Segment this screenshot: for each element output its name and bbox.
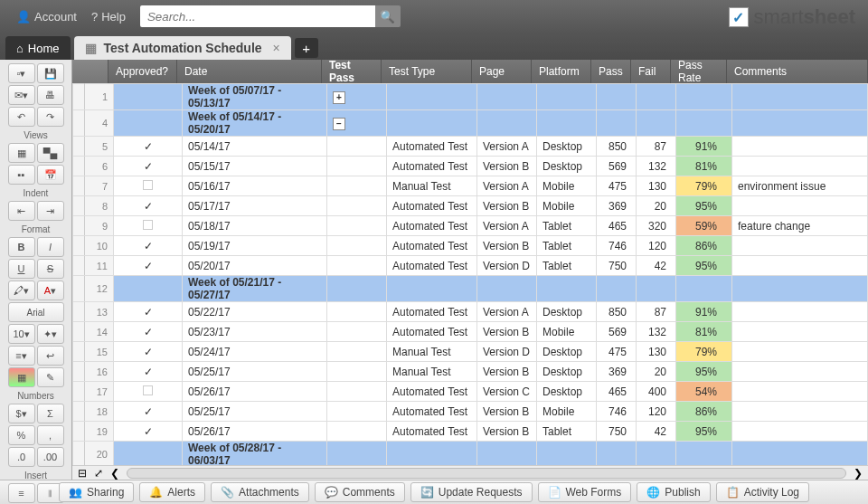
cell-pass[interactable]: 750: [597, 256, 637, 276]
cell-testpass[interactable]: +: [327, 84, 387, 110]
cell-passrate[interactable]: 95%: [676, 362, 732, 382]
cell-approved[interactable]: ✓: [114, 236, 183, 256]
cell-comments[interactable]: [732, 236, 868, 256]
table-row[interactable]: 14✓05/23/17Automated TestVersion BMobile…: [73, 322, 868, 342]
cell-date[interactable]: Week of 05/28/17 - 06/03/17: [183, 442, 327, 466]
cell-pass[interactable]: 465: [597, 216, 637, 236]
row-handle[interactable]: [73, 236, 85, 256]
font-select[interactable]: Arial: [8, 302, 64, 322]
cell-page[interactable]: Version C: [477, 382, 537, 402]
row-handle[interactable]: [73, 137, 85, 157]
cell-fail[interactable]: 20: [637, 196, 676, 216]
close-tab-button[interactable]: ×: [269, 41, 284, 55]
cell-testpass[interactable]: [327, 382, 387, 402]
scroll-left-button[interactable]: ❮: [110, 467, 119, 480]
cell-fail[interactable]: 120: [637, 236, 676, 256]
cell-pass[interactable]: 569: [597, 322, 637, 342]
alerts-tab[interactable]: 🔔Alerts: [139, 482, 205, 502]
mail-button[interactable]: ✉▾: [8, 85, 35, 105]
cell-date[interactable]: 05/17/17: [183, 196, 327, 216]
table-row[interactable]: 1Week of 05/07/17 - 05/13/17+: [73, 84, 868, 110]
cell-fail[interactable]: 130: [637, 342, 676, 362]
cell-approved[interactable]: [114, 176, 183, 196]
cell-fail[interactable]: 130: [637, 176, 676, 196]
cell-date[interactable]: 05/22/17: [183, 302, 327, 322]
cell-passrate[interactable]: 86%: [676, 402, 732, 422]
cell-pass[interactable]: 569: [597, 157, 637, 176]
cell-testtype[interactable]: Automated Test: [387, 382, 477, 402]
cell-platform[interactable]: Desktop: [537, 137, 597, 157]
table-row[interactable]: 20Week of 05/28/17 - 06/03/17: [73, 442, 868, 466]
cell-passrate[interactable]: 95%: [676, 422, 732, 442]
cell-comments[interactable]: [732, 402, 868, 422]
cell-comments[interactable]: feature change: [732, 216, 868, 236]
attachments-tab[interactable]: 📎Attachments: [211, 482, 309, 502]
table-row[interactable]: 11✓05/20/17Automated TestVersion DTablet…: [73, 256, 868, 276]
cell-testtype[interactable]: Automated Test: [387, 302, 477, 322]
cell-platform[interactable]: Tablet: [537, 256, 597, 276]
cell-date[interactable]: 05/23/17: [183, 322, 327, 342]
scroll-right-button[interactable]: ❯: [854, 467, 863, 480]
col-page[interactable]: Page: [472, 60, 532, 83]
cell-approved[interactable]: [114, 382, 183, 402]
highlight-button[interactable]: ✎: [37, 367, 64, 387]
cell-pass[interactable]: 750: [597, 422, 637, 442]
cell-passrate[interactable]: 91%: [676, 302, 732, 322]
cell-comments[interactable]: [732, 342, 868, 362]
cell-page[interactable]: Version B: [477, 422, 537, 442]
cell-testpass[interactable]: [327, 176, 387, 196]
cell-testtype[interactable]: Automated Test: [387, 322, 477, 342]
italic-button[interactable]: I: [37, 237, 64, 257]
cell-date[interactable]: 05/25/17: [183, 362, 327, 382]
col-passrate[interactable]: Pass Rate: [671, 60, 727, 83]
cell-comments[interactable]: [732, 322, 868, 342]
col-approved[interactable]: Approved?: [108, 60, 177, 83]
cell-date[interactable]: 05/15/17: [183, 157, 327, 176]
cell-page[interactable]: Version B: [477, 322, 537, 342]
cell-platform[interactable]: Mobile: [537, 402, 597, 422]
table-row[interactable]: 15✓05/24/17Manual TestVersion DDesktop47…: [73, 342, 868, 362]
row-handle[interactable]: [73, 422, 85, 442]
underline-button[interactable]: U: [8, 259, 35, 279]
cell-fail[interactable]: 132: [637, 322, 676, 342]
cell-passrate[interactable]: 95%: [676, 256, 732, 276]
cell-testpass[interactable]: [327, 216, 387, 236]
print-button[interactable]: 🖶: [37, 85, 64, 105]
save-button[interactable]: 💾: [37, 63, 64, 83]
cell-comments[interactable]: [732, 422, 868, 442]
currency-button[interactable]: $▾: [8, 404, 35, 423]
cell-testtype[interactable]: Automated Test: [387, 157, 477, 176]
indent-button[interactable]: ⇥: [37, 201, 64, 221]
add-tab-button[interactable]: +: [295, 38, 318, 58]
cell-fail[interactable]: 87: [637, 137, 676, 157]
col-comments[interactable]: Comments: [727, 60, 868, 83]
row-handle[interactable]: [73, 110, 85, 137]
cell-approved[interactable]: ✓: [114, 137, 183, 157]
cell-testtype[interactable]: Automated Test: [387, 402, 477, 422]
cell-platform[interactable]: Desktop: [537, 362, 597, 382]
cell-comments[interactable]: [732, 302, 868, 322]
cell-page[interactable]: Version B: [477, 362, 537, 382]
cell-date[interactable]: Week of 05/14/17 - 05/20/17: [183, 110, 327, 137]
calendar-view-button[interactable]: 📅: [37, 165, 64, 185]
cell-page[interactable]: Version B: [477, 196, 537, 216]
cell-pass[interactable]: 465: [597, 382, 637, 402]
cell-comments[interactable]: [732, 157, 868, 176]
cell-date[interactable]: 05/26/17: [183, 422, 327, 442]
col-pass[interactable]: Pass: [591, 60, 631, 83]
cell-testpass[interactable]: [327, 342, 387, 362]
cell-page[interactable]: Version D: [477, 256, 537, 276]
grid-view-button[interactable]: ▦: [8, 143, 35, 163]
row-handle[interactable]: [73, 276, 85, 302]
sharing-tab[interactable]: 👥Sharing: [59, 482, 134, 502]
cell-date[interactable]: Week of 05/21/17 - 05/27/17: [183, 276, 327, 302]
thousands-button[interactable]: ,: [37, 425, 64, 445]
cell-page[interactable]: Version A: [477, 216, 537, 236]
row-handle[interactable]: [73, 442, 85, 466]
table-row[interactable]: 6✓05/15/17Automated TestVersion BDesktop…: [73, 157, 868, 176]
cell-fail[interactable]: 400: [637, 382, 676, 402]
col-date[interactable]: Date: [177, 60, 322, 83]
table-row[interactable]: 5✓05/14/17Automated TestVersion ADesktop…: [73, 137, 868, 157]
cell-approved[interactable]: [114, 442, 183, 466]
help-link[interactable]: ?Help: [84, 10, 133, 24]
